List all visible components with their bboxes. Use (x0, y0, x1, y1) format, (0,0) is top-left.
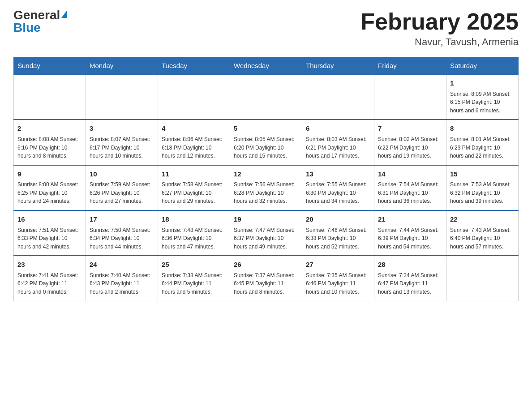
day-number: 2 (17, 124, 82, 134)
day-number: 13 (306, 169, 370, 180)
day-info: Sunrise: 7:46 AM Sunset: 6:38 PM Dayligh… (306, 226, 370, 251)
location-title: Navur, Tavush, Armenia (360, 36, 519, 48)
calendar-cell: 4Sunrise: 8:06 AM Sunset: 6:18 PM Daylig… (158, 120, 230, 165)
logo-triangle-icon (61, 11, 67, 18)
weekday-header-sunday: Sunday (14, 57, 86, 75)
calendar-cell: 23Sunrise: 7:41 AM Sunset: 6:42 PM Dayli… (14, 256, 86, 301)
calendar-cell: 22Sunrise: 7:43 AM Sunset: 6:40 PM Dayli… (446, 210, 519, 256)
calendar-cell: 14Sunrise: 7:54 AM Sunset: 6:31 PM Dayli… (374, 165, 446, 210)
day-number: 23 (17, 260, 82, 270)
calendar-cell: 24Sunrise: 7:40 AM Sunset: 6:43 PM Dayli… (86, 256, 158, 301)
day-info: Sunrise: 7:48 AM Sunset: 6:36 PM Dayligh… (162, 226, 226, 251)
day-number: 7 (378, 124, 442, 134)
day-number: 21 (378, 214, 442, 225)
day-info: Sunrise: 7:54 AM Sunset: 6:31 PM Dayligh… (378, 180, 442, 206)
day-info: Sunrise: 7:51 AM Sunset: 6:33 PM Dayligh… (17, 226, 82, 251)
weekday-header-saturday: Saturday (446, 57, 519, 75)
calendar-cell: 16Sunrise: 7:51 AM Sunset: 6:33 PM Dayli… (14, 210, 86, 256)
page-header: General Blue February 2025 Navur, Tavush… (13, 9, 519, 48)
calendar-cell: 5Sunrise: 8:05 AM Sunset: 6:20 PM Daylig… (230, 120, 302, 165)
day-number: 17 (90, 214, 154, 225)
day-number: 22 (450, 214, 515, 225)
calendar-cell: 11Sunrise: 7:58 AM Sunset: 6:27 PM Dayli… (158, 165, 230, 210)
calendar-cell: 25Sunrise: 7:38 AM Sunset: 6:44 PM Dayli… (158, 256, 230, 301)
day-number: 11 (162, 169, 226, 180)
day-number: 15 (450, 169, 515, 180)
logo-blue-text: Blue (13, 21, 41, 34)
day-number: 5 (234, 124, 298, 134)
day-number: 12 (234, 169, 298, 180)
week-row-3: 9Sunrise: 8:00 AM Sunset: 6:25 PM Daylig… (14, 165, 519, 210)
weekday-header-friday: Friday (374, 57, 446, 75)
weekday-header-thursday: Thursday (302, 57, 374, 75)
calendar-cell: 28Sunrise: 7:34 AM Sunset: 6:47 PM Dayli… (374, 256, 446, 301)
weekday-header-row: SundayMondayTuesdayWednesdayThursdayFrid… (14, 57, 519, 75)
day-number: 1 (450, 78, 515, 89)
week-row-4: 16Sunrise: 7:51 AM Sunset: 6:33 PM Dayli… (14, 210, 519, 256)
weekday-header-monday: Monday (86, 57, 158, 75)
calendar-cell: 3Sunrise: 8:07 AM Sunset: 6:17 PM Daylig… (86, 120, 158, 165)
day-number: 19 (234, 214, 298, 225)
day-info: Sunrise: 8:00 AM Sunset: 6:25 PM Dayligh… (17, 180, 82, 206)
calendar-table: SundayMondayTuesdayWednesdayThursdayFrid… (13, 57, 519, 301)
day-info: Sunrise: 7:43 AM Sunset: 6:40 PM Dayligh… (450, 226, 515, 251)
week-row-1: 1Sunrise: 8:09 AM Sunset: 6:15 PM Daylig… (14, 74, 519, 120)
day-info: Sunrise: 7:40 AM Sunset: 6:43 PM Dayligh… (90, 271, 154, 296)
day-info: Sunrise: 8:08 AM Sunset: 6:16 PM Dayligh… (17, 135, 82, 160)
day-info: Sunrise: 7:58 AM Sunset: 6:27 PM Dayligh… (162, 180, 226, 206)
day-number: 6 (306, 124, 370, 134)
calendar-cell: 2Sunrise: 8:08 AM Sunset: 6:16 PM Daylig… (14, 120, 86, 165)
day-info: Sunrise: 7:53 AM Sunset: 6:32 PM Dayligh… (450, 180, 515, 206)
day-number: 4 (162, 124, 226, 134)
day-info: Sunrise: 8:03 AM Sunset: 6:21 PM Dayligh… (306, 135, 370, 160)
day-info: Sunrise: 7:37 AM Sunset: 6:45 PM Dayligh… (234, 271, 298, 296)
month-title: February 2025 (360, 9, 519, 34)
day-info: Sunrise: 7:34 AM Sunset: 6:47 PM Dayligh… (378, 271, 442, 296)
day-info: Sunrise: 7:56 AM Sunset: 6:28 PM Dayligh… (234, 180, 298, 206)
calendar-cell: 17Sunrise: 7:50 AM Sunset: 6:34 PM Dayli… (86, 210, 158, 256)
calendar-cell (302, 74, 374, 120)
day-number: 26 (234, 260, 298, 270)
day-info: Sunrise: 7:59 AM Sunset: 6:26 PM Dayligh… (90, 180, 154, 206)
day-info: Sunrise: 7:38 AM Sunset: 6:44 PM Dayligh… (162, 271, 226, 296)
calendar-cell: 20Sunrise: 7:46 AM Sunset: 6:38 PM Dayli… (302, 210, 374, 256)
day-info: Sunrise: 8:05 AM Sunset: 6:20 PM Dayligh… (234, 135, 298, 160)
day-info: Sunrise: 8:01 AM Sunset: 6:23 PM Dayligh… (450, 135, 515, 160)
calendar-cell: 8Sunrise: 8:01 AM Sunset: 6:23 PM Daylig… (446, 120, 519, 165)
day-number: 27 (306, 260, 370, 270)
calendar-cell: 13Sunrise: 7:55 AM Sunset: 6:30 PM Dayli… (302, 165, 374, 210)
calendar-cell (86, 74, 158, 120)
day-number: 10 (90, 169, 154, 180)
day-info: Sunrise: 7:44 AM Sunset: 6:39 PM Dayligh… (378, 226, 442, 251)
calendar-cell: 26Sunrise: 7:37 AM Sunset: 6:45 PM Dayli… (230, 256, 302, 301)
calendar-cell: 12Sunrise: 7:56 AM Sunset: 6:28 PM Dayli… (230, 165, 302, 210)
day-number: 18 (162, 214, 226, 225)
calendar-cell: 21Sunrise: 7:44 AM Sunset: 6:39 PM Dayli… (374, 210, 446, 256)
day-info: Sunrise: 7:47 AM Sunset: 6:37 PM Dayligh… (234, 226, 298, 251)
day-info: Sunrise: 8:06 AM Sunset: 6:18 PM Dayligh… (162, 135, 226, 160)
calendar-cell (374, 74, 446, 120)
calendar-cell: 7Sunrise: 8:02 AM Sunset: 6:22 PM Daylig… (374, 120, 446, 165)
day-info: Sunrise: 8:09 AM Sunset: 6:15 PM Dayligh… (450, 90, 515, 115)
day-info: Sunrise: 7:55 AM Sunset: 6:30 PM Dayligh… (306, 180, 370, 206)
calendar-cell: 15Sunrise: 7:53 AM Sunset: 6:32 PM Dayli… (446, 165, 519, 210)
calendar-cell (14, 74, 86, 120)
day-info: Sunrise: 7:35 AM Sunset: 6:46 PM Dayligh… (306, 271, 370, 296)
logo: General Blue (13, 9, 67, 34)
weekday-header-tuesday: Tuesday (158, 57, 230, 75)
day-number: 8 (450, 124, 515, 134)
calendar-cell: 27Sunrise: 7:35 AM Sunset: 6:46 PM Dayli… (302, 256, 374, 301)
week-row-5: 23Sunrise: 7:41 AM Sunset: 6:42 PM Dayli… (14, 256, 519, 301)
day-number: 9 (17, 169, 82, 180)
calendar-cell: 18Sunrise: 7:48 AM Sunset: 6:36 PM Dayli… (158, 210, 230, 256)
calendar-cell: 19Sunrise: 7:47 AM Sunset: 6:37 PM Dayli… (230, 210, 302, 256)
day-info: Sunrise: 8:02 AM Sunset: 6:22 PM Dayligh… (378, 135, 442, 160)
calendar-cell: 10Sunrise: 7:59 AM Sunset: 6:26 PM Dayli… (86, 165, 158, 210)
day-info: Sunrise: 8:07 AM Sunset: 6:17 PM Dayligh… (90, 135, 154, 160)
day-number: 20 (306, 214, 370, 225)
week-row-2: 2Sunrise: 8:08 AM Sunset: 6:16 PM Daylig… (14, 120, 519, 165)
day-number: 3 (90, 124, 154, 134)
calendar-cell: 1Sunrise: 8:09 AM Sunset: 6:15 PM Daylig… (446, 74, 519, 120)
weekday-header-wednesday: Wednesday (230, 57, 302, 75)
title-section: February 2025 Navur, Tavush, Armenia (360, 9, 519, 48)
